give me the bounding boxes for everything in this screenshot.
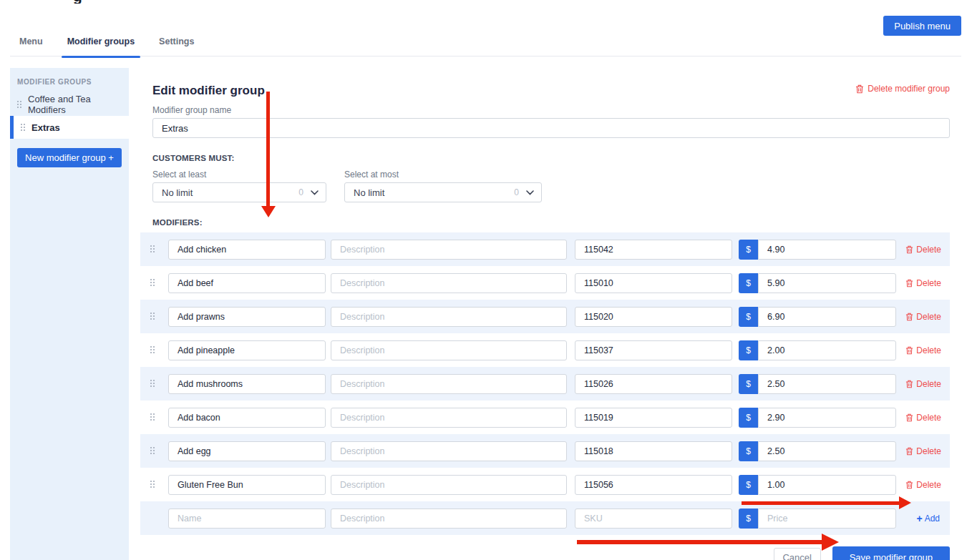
modifier-name-input[interactable] xyxy=(168,475,326,495)
modifier-row: $ Delete xyxy=(140,367,950,401)
delete-modifier-link[interactable]: Delete xyxy=(905,480,941,490)
currency-prefix: $ xyxy=(739,374,758,394)
delete-modifier-group-link[interactable]: Delete modifier group xyxy=(855,84,950,94)
modifier-row: $ Delete xyxy=(140,434,950,468)
trash-icon xyxy=(905,245,913,254)
tab-bar: Menu Modifier groups Settings xyxy=(10,36,961,57)
select-at-least-label: Select at least xyxy=(152,170,326,180)
modifier-name-input[interactable] xyxy=(168,273,326,293)
modifier-name-input[interactable] xyxy=(168,374,326,394)
trash-icon xyxy=(905,481,913,489)
sidebar-item-label: Coffee and Tea Modifiers xyxy=(28,94,129,115)
modifier-price-input[interactable] xyxy=(758,408,896,428)
modifier-description-input[interactable] xyxy=(331,374,567,394)
modifier-description-input[interactable] xyxy=(331,273,567,293)
trash-icon xyxy=(905,447,913,456)
sidebar-item-label: Extras xyxy=(31,122,60,133)
clipped-heading-artifact: g xyxy=(73,0,89,4)
drag-handle-icon[interactable] xyxy=(150,346,155,354)
modifier-sku-input[interactable] xyxy=(575,307,732,327)
select-at-least-dropdown[interactable]: No limit 0 xyxy=(152,182,326,202)
modifier-price-input[interactable] xyxy=(758,374,896,394)
delete-modifier-link[interactable]: Delete xyxy=(905,278,941,288)
modifier-price-input[interactable] xyxy=(758,307,896,327)
trash-icon xyxy=(905,346,913,355)
page-title: Edit modifier group xyxy=(152,84,265,98)
modifier-description-input[interactable] xyxy=(331,475,567,495)
drag-handle-icon[interactable] xyxy=(150,380,155,388)
modifier-groups-sidebar: MODIFIER GROUPS Coffee and Tea Modifiers… xyxy=(10,68,129,560)
drag-handle-icon[interactable] xyxy=(150,481,155,488)
drag-handle-icon[interactable] xyxy=(150,413,155,421)
delete-modifier-link[interactable]: Delete xyxy=(905,379,941,389)
currency-prefix: $ xyxy=(739,441,758,461)
modifier-sku-input[interactable] xyxy=(575,441,732,461)
new-modifier-sku-input[interactable] xyxy=(575,509,732,529)
tab-menu[interactable]: Menu xyxy=(14,36,49,57)
modifier-description-input[interactable] xyxy=(331,307,567,327)
publish-menu-button[interactable]: Publish menu xyxy=(883,16,961,36)
currency-prefix: $ xyxy=(739,408,758,428)
modifier-sku-input[interactable] xyxy=(575,374,732,394)
select-at-least-value: No limit xyxy=(162,187,298,198)
modifier-name-input[interactable] xyxy=(168,240,326,260)
modifier-description-input[interactable] xyxy=(331,408,567,428)
new-modifier-group-button[interactable]: New modifier group + xyxy=(17,148,122,167)
drag-handle-icon[interactable] xyxy=(17,101,22,109)
modifier-price-input[interactable] xyxy=(758,441,896,461)
delete-modifier-link[interactable]: Delete xyxy=(905,413,941,423)
modifier-sku-input[interactable] xyxy=(575,240,732,260)
modifier-sku-input[interactable] xyxy=(575,273,732,293)
modifier-sku-input[interactable] xyxy=(575,408,732,428)
new-modifier-name-input[interactable] xyxy=(168,509,326,529)
drag-handle-icon[interactable] xyxy=(150,447,155,455)
tab-settings[interactable]: Settings xyxy=(153,36,200,57)
delete-modifier-link[interactable]: Delete xyxy=(905,312,941,322)
add-modifier-link[interactable]: + Add xyxy=(916,513,940,524)
currency-prefix: $ xyxy=(739,475,758,495)
currency-prefix: $ xyxy=(739,340,758,360)
modifier-description-input[interactable] xyxy=(331,340,567,360)
modifier-sku-input[interactable] xyxy=(575,475,732,495)
save-modifier-group-button[interactable]: Save modifier group xyxy=(832,546,950,560)
sidebar-item-coffee-and-tea-modifiers[interactable]: Coffee and Tea Modifiers xyxy=(10,93,129,116)
select-at-most-value: No limit xyxy=(354,187,514,198)
new-modifier-description-input[interactable] xyxy=(331,509,567,529)
customers-must-label: CUSTOMERS MUST: xyxy=(152,154,950,162)
cancel-button[interactable]: Cancel xyxy=(774,548,821,560)
currency-prefix: $ xyxy=(739,307,758,327)
trash-icon xyxy=(905,279,913,288)
modifier-row: $ Delete xyxy=(140,333,950,367)
modifier-price-input[interactable] xyxy=(758,273,896,293)
modifier-name-input[interactable] xyxy=(168,408,326,428)
delete-modifier-link[interactable]: Delete xyxy=(905,446,941,456)
sidebar-section-title: MODIFIER GROUPS xyxy=(10,68,129,93)
modifier-name-input[interactable] xyxy=(168,340,326,360)
modifier-description-input[interactable] xyxy=(331,240,567,260)
chevron-down-icon xyxy=(526,190,534,195)
modifier-sku-input[interactable] xyxy=(575,340,732,360)
modifier-row: $ Delete xyxy=(140,266,950,300)
modifier-name-input[interactable] xyxy=(168,307,326,327)
modifier-row: $ Delete xyxy=(140,468,950,501)
modifier-price-input[interactable] xyxy=(758,340,896,360)
drag-handle-icon[interactable] xyxy=(150,245,155,253)
chevron-down-icon xyxy=(311,190,319,195)
modifier-description-input[interactable] xyxy=(331,441,567,461)
modifier-price-input[interactable] xyxy=(758,240,896,260)
modifiers-label: MODIFIERS: xyxy=(152,218,950,227)
drag-handle-icon[interactable] xyxy=(21,124,26,132)
modifier-group-name-input[interactable] xyxy=(152,118,950,138)
select-at-most-count: 0 xyxy=(514,187,519,197)
modifier-name-input[interactable] xyxy=(168,441,326,461)
drag-handle-icon[interactable] xyxy=(150,313,155,320)
modifier-price-input[interactable] xyxy=(758,475,896,495)
sidebar-item-extras[interactable]: Extras xyxy=(10,116,129,139)
delete-modifier-link[interactable]: Delete xyxy=(905,345,941,355)
new-modifier-price-input[interactable] xyxy=(758,509,896,529)
tab-modifier-groups[interactable]: Modifier groups xyxy=(62,36,140,57)
drag-handle-icon[interactable] xyxy=(150,279,155,287)
modifier-group-name-label: Modifier group name xyxy=(152,105,950,115)
delete-modifier-link[interactable]: Delete xyxy=(905,245,941,255)
select-at-most-dropdown[interactable]: No limit 0 xyxy=(344,182,542,202)
